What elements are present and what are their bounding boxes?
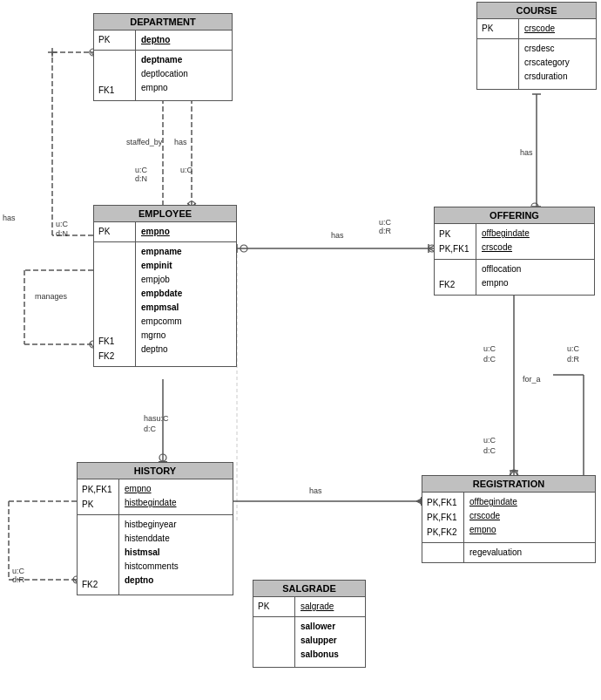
dc-for-1: d:C <box>483 355 496 364</box>
uc-off-1: u:C <box>180 166 192 174</box>
emp-attr-empcomm: empcomm <box>141 315 182 329</box>
emp-attr-empbdate: empbdate <box>141 287 182 301</box>
hist-attr-histbeginyear: histbeginyear <box>125 518 179 532</box>
off-fk-labels: FK2 <box>435 260 476 295</box>
sal-attr-salupper: salupper <box>300 634 339 648</box>
dept-fk3-label: FK1 <box>98 83 131 98</box>
reg-attr-empno: empno <box>469 523 517 537</box>
registration-title: REGISTRATION <box>422 476 595 493</box>
label-has-left: has <box>3 214 16 222</box>
department-title: DEPARTMENT <box>94 14 232 31</box>
department-entity: DEPARTMENT PK deptno FK1 deptname deptlo… <box>93 13 233 101</box>
course-entity: COURSE PK crscode crsdesc crscategory cr… <box>476 2 597 90</box>
dept-attr-empno: empno <box>141 81 188 95</box>
dr-for-2: d:R <box>567 355 579 364</box>
course-attr-crsduration: crsduration <box>524 70 570 84</box>
registration-entity: REGISTRATION PK,FK1 PK,FK1 PK,FK2 offbeg… <box>422 475 596 563</box>
hist-attr-deptno: deptno <box>125 574 179 588</box>
sal-fk-labels <box>253 617 295 667</box>
label-for-a: for_a <box>523 375 541 384</box>
sal-pk-label: PK <box>253 597 295 616</box>
emp-attr-empjob: empjob <box>141 273 182 287</box>
hist-pk-attrs: empno histbegindate <box>119 479 182 514</box>
label-has-hist-reg: has <box>309 486 322 495</box>
course-title: COURSE <box>477 3 596 19</box>
uc-dn-1: u:C <box>135 166 147 174</box>
off-attr-offlocation: offlocation <box>482 262 521 276</box>
employee-entity: EMPLOYEE PK empno FK1 FK2 empname empini… <box>93 205 237 367</box>
sal-attr-sallower: sallower <box>300 620 339 634</box>
uc-off-conn: u:C <box>379 218 391 227</box>
uc-for-1: u:C <box>483 344 496 353</box>
reg-pk-attrs: offbegindate crscode empno <box>464 493 523 542</box>
hist-attr-histenddate: histenddate <box>125 532 179 546</box>
sal-pk-attr: salgrade <box>295 597 339 616</box>
off-attr-offbegindate: offbegindate <box>482 227 530 241</box>
employee-title: EMPLOYEE <box>94 206 236 222</box>
history-attrs: histbeginyear histenddate histmsal histc… <box>119 515 184 595</box>
course-attr-crsdesc: crsdesc <box>524 42 570 56</box>
dn-emp-1: d:N <box>56 229 68 238</box>
department-pk-label: PK <box>94 31 136 50</box>
off-pk-attrs: offbegindate crscode <box>476 224 535 259</box>
reg-pk-labels: PK,FK1 PK,FK1 PK,FK2 <box>422 493 464 542</box>
dept-fk2-label <box>98 68 131 83</box>
dept-fk1-label <box>98 53 131 68</box>
dept-attr-deptname: deptname <box>141 53 188 67</box>
dr-hist-left: d:R <box>12 575 24 584</box>
hist-attr-empno: empno <box>125 482 177 496</box>
salgrade-entity: SALGRADE PK salgrade sallower salupper s… <box>253 580 366 668</box>
department-pk-attr: deptno <box>136 31 175 50</box>
dc-reg-1: d:C <box>483 446 496 455</box>
reg-attr-offbegindate: offbegindate <box>469 495 517 509</box>
reg-attr-crscode: crscode <box>469 509 517 523</box>
off-pk-labels: PK PK,FK1 <box>435 224 476 259</box>
department-fk-labels: FK1 <box>94 51 136 100</box>
uc-emp-1: u:C <box>56 220 68 228</box>
emp-fk-labels: FK1 FK2 <box>94 242 136 366</box>
label-manages: manages <box>35 292 67 301</box>
reg-attr-regevaluation: regevaluation <box>469 546 522 560</box>
emp-attr-mgrno: mgrno <box>141 329 182 343</box>
uc-dn-2: d:N <box>135 174 147 183</box>
reg-fk-labels <box>422 543 464 562</box>
offering-title: OFFERING <box>435 207 594 224</box>
uc-reg-1: u:C <box>483 436 496 445</box>
off-attr-crscode: crscode <box>482 241 530 255</box>
course-attrs: crsdesc crscategory crsduration <box>519 39 575 89</box>
hist-attr-histcomments: histcomments <box>125 560 179 574</box>
erd-diagram: staffed_by has has manages has has for_a… <box>0 0 601 700</box>
offering-entity: OFFERING PK PK,FK1 offbegindate crscode … <box>434 207 595 296</box>
label-hasd: d:C <box>144 425 156 433</box>
employee-attrs: empname empinit empjob empbdate empmsal … <box>136 242 187 366</box>
label-staffed-by: staffed_by <box>126 138 162 146</box>
svg-point-23 <box>240 245 247 252</box>
hist-attr-histmsal: histmsal <box>125 546 179 560</box>
course-pk-attr: crscode <box>519 19 560 38</box>
dr-off-conn: d:R <box>379 227 391 235</box>
emp-pk-label: PK <box>94 222 136 241</box>
hist-attr-histbegindate: histbegindate <box>125 496 177 510</box>
registration-attrs: regevaluation <box>464 543 527 562</box>
salgrade-attrs: sallower salupper salbonus <box>295 617 344 667</box>
svg-point-16 <box>159 454 166 461</box>
off-attr-empno: empno <box>482 276 521 290</box>
label-has-dept-emp: has <box>174 138 187 146</box>
sal-attr-salbonus: salbonus <box>300 648 339 662</box>
course-fk-labels <box>477 39 519 89</box>
uc-for-2: u:C <box>567 344 579 353</box>
hist-pk-labels: PK,FK1 PK <box>78 479 119 514</box>
history-title: HISTORY <box>78 463 233 479</box>
offering-attrs: offlocation empno <box>476 260 526 295</box>
department-attrs: deptname deptlocation empno <box>136 51 193 100</box>
course-pk-label: PK <box>477 19 519 38</box>
label-has-course-off: has <box>520 148 533 157</box>
dept-attr-deptlocation: deptlocation <box>141 67 188 81</box>
salgrade-title: SALGRADE <box>253 581 365 597</box>
label-hasu: hasu:C <box>144 414 169 423</box>
history-entity: HISTORY PK,FK1 PK empno histbegindate FK… <box>77 462 233 595</box>
label-has-emp-off: has <box>331 231 344 240</box>
emp-attr-empmsal: empmsal <box>141 301 182 315</box>
course-attr-crscategory: crscategory <box>524 56 570 70</box>
emp-pk-attr: empno <box>136 222 175 241</box>
